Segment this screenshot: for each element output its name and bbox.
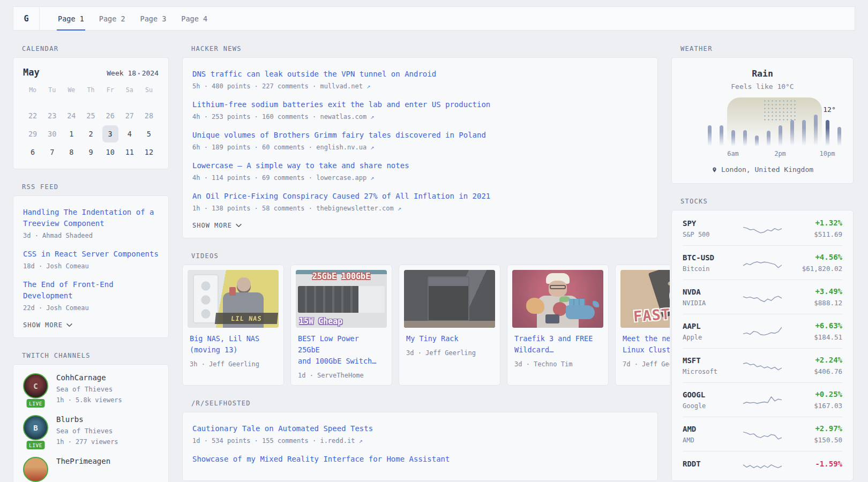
hn-item-title[interactable]: Lowercase – A simple way to take and sha…: [192, 160, 648, 171]
stock-symbol: NVDA: [683, 288, 738, 296]
chevron-down-icon: [66, 323, 72, 327]
video-thumbnail[interactable]: 25GbE 100GbE 15W Cheap: [296, 270, 387, 328]
calendar-day: 4: [122, 125, 138, 142]
tab-page-2[interactable]: Page 2: [92, 7, 133, 30]
stock-price: $406.76: [787, 367, 842, 375]
stock-sparkline: [738, 290, 787, 304]
video-card: FAST Meet the new Linux Cluster… 7d · Je…: [615, 265, 670, 386]
rss-item-title[interactable]: Handling The Indentation of a Treeview C…: [23, 207, 159, 229]
stock-name: S&P 500: [683, 231, 738, 238]
stock-price: $511.69: [787, 230, 842, 238]
video-title[interactable]: BEST Low Power 25GbE and 100GbE Switch…: [298, 333, 385, 367]
reddit-item-meta: 1d · 534 points · 155 comments · i.redd.…: [192, 437, 355, 445]
calendar-day: 10: [102, 144, 118, 161]
stock-row[interactable]: SPY S&P 500 +1.32% $511.69: [683, 212, 842, 245]
twitch-channel-meta: 1h · 277 viewers: [56, 438, 118, 446]
external-link-icon[interactable]: ↗: [370, 144, 374, 151]
video-title[interactable]: Meet the new Linux Cluster…: [623, 333, 670, 356]
hn-show-more-button[interactable]: SHOW MORE: [192, 222, 648, 229]
hn-item-title[interactable]: DNS traffic can leak outside the VPN tun…: [192, 69, 648, 80]
reddit-item-title[interactable]: Showcase of my Mixed Reality Interface f…: [192, 454, 648, 465]
top-nav: G Page 1 Page 2 Page 3 Page 4: [13, 6, 855, 31]
rss-show-more-button[interactable]: SHOW MORE: [23, 321, 159, 329]
weather-bar: [743, 130, 747, 147]
rss-item-title[interactable]: The End of Front-End Development: [23, 279, 159, 302]
twitch-channel-name[interactable]: ThePrimeagen: [56, 457, 110, 465]
app-logo[interactable]: G: [13, 7, 40, 30]
external-link-icon[interactable]: ↗: [359, 437, 363, 445]
stock-row[interactable]: NVDA NVIDIA +3.49% $888.12: [683, 280, 842, 314]
stock-row[interactable]: AMD AMD +2.97% $150.50: [683, 417, 842, 451]
stock-row[interactable]: BTC-USD Bitcoin +4.56% $61,820.02: [683, 245, 842, 280]
video-title[interactable]: Big NAS, Lil NAS (moving 13): [190, 333, 276, 356]
stock-change: +4.56%: [787, 253, 842, 261]
stock-symbol: AMD: [683, 425, 738, 433]
videos-widget: VIDEOS LIL NAS Big NAS, Lil NAS (moving …: [182, 252, 658, 386]
stock-sparkline: [738, 458, 787, 472]
hn-item-title[interactable]: An Oil Price-Fixing Conspiracy Caused 27…: [192, 191, 648, 202]
stock-symbol: RDDT: [683, 460, 738, 468]
hn-item: DNS traffic can leak outside the VPN tun…: [192, 69, 648, 90]
avatar[interactable]: B: [23, 415, 48, 440]
video-title[interactable]: My Tiny Rack: [406, 333, 493, 344]
calendar-day: 28: [141, 107, 157, 124]
reddit-item-title[interactable]: Cautionary Tale on Automated Speed Tests: [192, 423, 648, 434]
twitch-channel-game: Sea of Thieves: [56, 427, 118, 435]
stock-change: +2.24%: [787, 356, 842, 364]
video-thumbnail[interactable]: [512, 270, 603, 328]
tab-page-4[interactable]: Page 4: [174, 7, 215, 30]
weather-bar: [767, 131, 770, 147]
twitch-channel-row: ThePrimeagen: [23, 457, 159, 482]
hackernews-section-title: HACKER NEWS: [191, 45, 658, 52]
chevron-down-icon: [236, 224, 242, 228]
tab-page-3[interactable]: Page 3: [133, 7, 174, 30]
stock-name: NVIDIA: [683, 299, 738, 307]
stock-row[interactable]: GOOGL Google +0.25% $167.03: [683, 382, 842, 417]
external-link-icon[interactable]: ↗: [370, 113, 374, 120]
calendar-day: 1: [63, 125, 79, 142]
external-link-icon[interactable]: ↗: [366, 82, 370, 90]
reddit-item: Cautionary Tale on Automated Speed Tests…: [192, 423, 648, 445]
twitch-channel-row: C LIVE CohhCarnage Sea of Thieves 1h · 5…: [23, 373, 159, 404]
thumbnail-text: 25GbE 100GbE: [296, 272, 387, 281]
external-link-icon[interactable]: ↗: [398, 205, 401, 212]
calendar-day: 12: [141, 144, 157, 161]
tab-page-1[interactable]: Page 1: [50, 7, 92, 30]
weather-bar: [731, 130, 735, 147]
docker-whale-icon: [566, 305, 595, 319]
stock-row[interactable]: RDDT -1.59%: [683, 451, 842, 479]
weather-bar: [802, 120, 806, 147]
avatar[interactable]: [23, 457, 48, 482]
weather-widget: WEATHER Rain Feels like 10°C 12° 6am2pm1…: [671, 45, 854, 184]
weather-axis-label: 6am: [727, 150, 739, 157]
video-thumbnail[interactable]: [404, 270, 495, 328]
avatar[interactable]: C: [23, 373, 48, 398]
twitch-channel-name[interactable]: CohhCarnage: [56, 373, 122, 382]
video-thumbnail[interactable]: FAST: [620, 270, 670, 328]
selfhosted-section-title: /R/SELFHOSTED: [191, 400, 658, 407]
hn-item-title[interactable]: Lithium-free sodium batteries exit the l…: [192, 99, 648, 110]
twitch-channel-name[interactable]: Blurbs: [56, 415, 118, 424]
hn-item-meta: 4h · 114 points · 69 comments · lowercas…: [192, 174, 366, 182]
hn-item: Lowercase – A simple way to take and sha…: [192, 160, 648, 182]
calendar-day: 5: [141, 125, 157, 142]
external-link-icon[interactable]: ↗: [370, 174, 374, 182]
hn-item-title[interactable]: Unique volumes of Brothers Grimm fairy t…: [192, 130, 648, 141]
rss-item-title[interactable]: CSS in React Server Components: [23, 248, 159, 260]
stock-sparkline: [738, 359, 787, 373]
weather-bar: [720, 125, 723, 147]
calendar-day: 30: [44, 125, 60, 142]
stock-row[interactable]: AAPL Apple +6.63% $184.51: [683, 314, 842, 348]
rain-dots-pattern: [763, 99, 797, 123]
videos-section-title: VIDEOS: [191, 252, 658, 260]
rss-item-meta: 22d · Josh Comeau: [23, 304, 159, 312]
video-title[interactable]: Traefik 3 and FREE Wildcard…: [514, 333, 601, 356]
video-meta: 1d · ServeTheHome: [298, 372, 385, 379]
calendar-day: 7: [44, 144, 60, 161]
twitch-channel-row: B LIVE Blurbs Sea of Thieves 1h · 277 vi…: [23, 415, 159, 446]
calendar-day: 27: [122, 107, 138, 124]
weather-chart: 12° 6am2pm10pm: [685, 97, 841, 157]
stock-sparkline: [738, 393, 787, 407]
stock-row[interactable]: MSFT Microsoft +2.24% $406.76: [683, 348, 842, 382]
video-thumbnail[interactable]: LIL NAS: [188, 270, 279, 328]
